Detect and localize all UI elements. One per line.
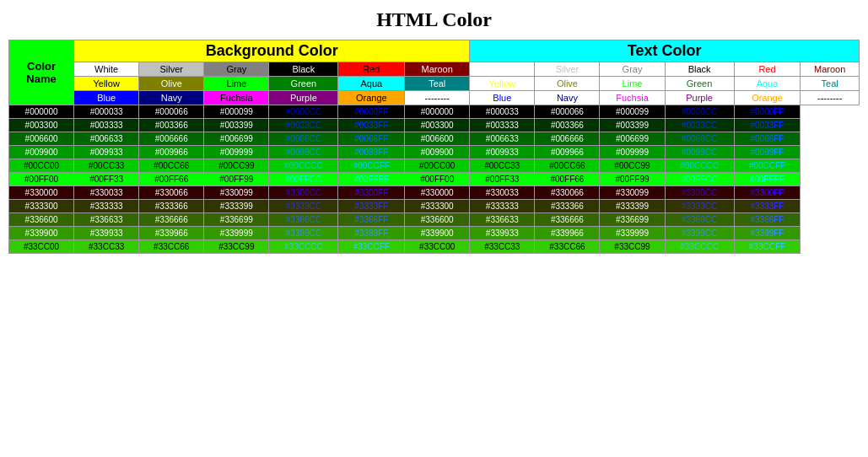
bg-color-header: Background Color [74,40,470,62]
tc-green: Green [665,77,734,91]
table-row: #00CC00#00CC33#00CC66#00CC99#00CCCC#00CC… [9,159,860,173]
bg-silver: Silver [139,62,204,77]
tc-yellow: Yellow [470,77,535,91]
bg-maroon: Maroon [405,62,470,77]
bg-navy: Navy [139,91,204,105]
table-row: #33CC00#33CC33#33CC66#33CC99#33CCCC#33CC… [9,240,860,254]
bg-black: Black [269,62,338,77]
tc-orange: Orange [734,91,801,105]
page-title: HTML Color [8,8,860,31]
table-row: #003300#003333#003366#003399#0033CC#0033… [9,119,860,132]
tc-red: Red [734,62,801,77]
tc-gray: Gray [600,62,665,77]
table-row: #339900#339933#339966#339999#3399CC#3399… [9,227,860,240]
tc-aqua: Aqua [734,77,801,91]
table-row: #00FF00#00FF33#00FF66#00FF99#00FFCC#00FF… [9,173,860,186]
tc-dash: -------- [801,91,860,105]
bg-olive: Olive [139,77,204,91]
bg-teal: Teal [405,77,470,91]
bg-yellow: Yellow [74,77,139,91]
table-row: #333300#333333#333366#333399#3333CC#3333… [9,200,860,213]
bg-blue: Blue [74,91,139,105]
table-row: #009900#009933#009966#009999#0099CC#0099… [9,146,860,159]
bg-gray: Gray [204,62,269,77]
tc-navy: Navy [535,91,600,105]
bg-purple: Purple [269,91,338,105]
tc-olive: Olive [535,77,600,91]
bg-red: Red [338,62,405,77]
bg-orange: Orange [338,91,405,105]
bg-fuchsia: Fuchsia [204,91,269,105]
bg-aqua: Aqua [338,77,405,91]
html-color-table: ColorName Background Color Text Color Wh… [8,40,860,254]
tc-purple: Purple [665,91,734,105]
text-color-header: Text Color [470,40,860,62]
tc-fuchsia: Fuchsia [600,91,665,105]
table-row: #336600#336633#336666#336699#3366CC#3366… [9,213,860,227]
tc-silver: Silver [535,62,600,77]
table-row: #000000#000033#000066#000099#0000CC#0000… [9,105,860,119]
color-name-header: ColorName [9,40,74,105]
tc-teal: Teal [801,77,860,91]
bg-white: White [74,62,139,77]
table-row: #006600#006633#006666#006699#0066CC#0066… [9,132,860,146]
tc-lime: Lime [600,77,665,91]
bg-dash: -------- [405,91,470,105]
table-row: #330000#330033#330066#330099#3300CC#3300… [9,186,860,200]
tc-maroon: Maroon [801,62,860,77]
tc-white: White [470,62,535,77]
bg-green: Green [269,77,338,91]
bg-lime: Lime [204,77,269,91]
tc-black: Black [665,62,734,77]
tc-blue: Blue [470,91,535,105]
